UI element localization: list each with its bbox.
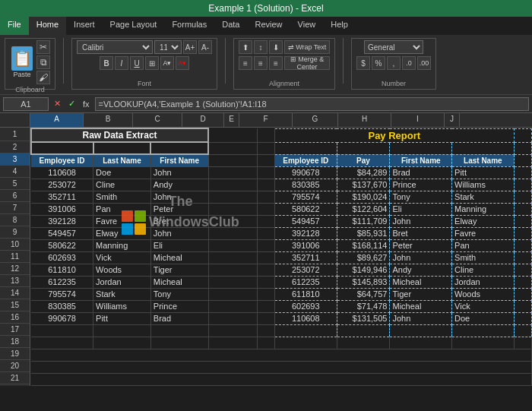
row-header-5[interactable]: 5: [0, 178, 30, 190]
cell-c7[interactable]: Peter: [150, 203, 208, 215]
cell-f15[interactable]: 602693: [274, 300, 337, 312]
cell-b11[interactable]: Vick: [93, 251, 151, 264]
cell-f10[interactable]: 391006: [274, 239, 337, 251]
cell-j11[interactable]: [514, 251, 531, 264]
cell-c16[interactable]: Brad: [150, 312, 208, 324]
cell-h13[interactable]: Micheal: [390, 276, 452, 288]
cell-d2[interactable]: [208, 142, 257, 154]
confirm-formula-icon[interactable]: ✓: [66, 99, 78, 109]
cell-i13[interactable]: Jordan: [452, 276, 515, 288]
cell-c14[interactable]: Tony: [150, 288, 208, 300]
cell-i15[interactable]: Vick: [452, 300, 515, 312]
cell-h12[interactable]: Andy: [390, 264, 452, 276]
cell-d11[interactable]: [208, 251, 257, 264]
cell-c6[interactable]: John: [150, 191, 208, 203]
cell-i2[interactable]: [452, 142, 515, 154]
cell-a1[interactable]: Raw Data Extract: [31, 128, 208, 142]
col-header-c[interactable]: C: [133, 113, 182, 127]
row-header-15[interactable]: 15: [0, 299, 30, 311]
cell-d4[interactable]: [208, 166, 257, 179]
cell-d3[interactable]: [208, 154, 257, 166]
cell-d1[interactable]: [208, 128, 257, 142]
cell-e5[interactable]: [257, 179, 274, 191]
cell-e6[interactable]: [257, 191, 274, 203]
row-header-1[interactable]: 1: [0, 128, 30, 141]
row-header-8[interactable]: 8: [0, 214, 30, 226]
cell-i18[interactable]: [452, 337, 515, 349]
formula-input[interactable]: [95, 97, 529, 111]
cell-e3[interactable]: [257, 154, 274, 166]
cell-b15[interactable]: Williams: [93, 300, 151, 312]
cut-button[interactable]: ✂: [36, 40, 50, 54]
tab-formulas[interactable]: Formulas: [164, 17, 214, 35]
cell-b4[interactable]: Doe: [93, 166, 151, 179]
cell-b17[interactable]: [93, 324, 151, 337]
col-header-d[interactable]: D: [182, 113, 224, 127]
cell-h2[interactable]: [390, 142, 452, 154]
cell-b12[interactable]: Woods: [93, 264, 151, 276]
cell-a15[interactable]: 830385: [31, 300, 93, 312]
row-header-3[interactable]: 3: [0, 153, 30, 166]
cell-f16[interactable]: 110608: [274, 312, 337, 324]
italic-button[interactable]: I: [115, 56, 128, 70]
cell-h11[interactable]: John: [390, 251, 452, 264]
cell-b14[interactable]: Stark: [93, 288, 151, 300]
col-header-i[interactable]: I: [391, 113, 445, 127]
cell-h3-header[interactable]: First Name: [390, 154, 452, 166]
cell-g5[interactable]: $137,670: [337, 179, 390, 191]
cell-b5[interactable]: Cline: [93, 179, 151, 191]
percent-button[interactable]: %: [372, 56, 385, 70]
cell-g3-header[interactable]: Pay: [337, 154, 390, 166]
fill-color-button[interactable]: A▾: [160, 56, 174, 70]
cell-a14[interactable]: 795574: [31, 288, 93, 300]
cell-c12[interactable]: Tiger: [150, 264, 208, 276]
currency-button[interactable]: $: [356, 56, 370, 70]
col-header-g[interactable]: G: [293, 113, 338, 127]
cell-j8[interactable]: [514, 215, 531, 227]
cell-j7[interactable]: [514, 203, 531, 215]
cell-e8[interactable]: [257, 215, 274, 227]
cell-b6[interactable]: Smith: [93, 191, 151, 203]
cell-i17[interactable]: [452, 324, 515, 337]
underline-button[interactable]: U: [130, 56, 144, 70]
cell-e16[interactable]: [257, 312, 274, 324]
cell-b8[interactable]: Favre: [93, 215, 151, 227]
wrap-text-button[interactable]: ⇌ Wrap Text: [284, 40, 330, 54]
cell-c3-header[interactable]: First Name: [150, 154, 208, 166]
cell-f9[interactable]: 392128: [274, 227, 337, 239]
cell-f5[interactable]: 830385: [274, 179, 337, 191]
cell-e18[interactable]: [257, 337, 274, 349]
col-header-j[interactable]: J: [445, 113, 460, 127]
cell-c18[interactable]: [150, 337, 208, 349]
cell-i7[interactable]: Manning: [452, 203, 515, 215]
cell-reference-input[interactable]: [3, 97, 49, 111]
col-header-a[interactable]: A: [30, 113, 84, 127]
cell-i5[interactable]: Williams: [452, 179, 515, 191]
cell-f14[interactable]: 611810: [274, 288, 337, 300]
cell-j16[interactable]: [514, 312, 531, 324]
row-header-11[interactable]: 11: [0, 251, 30, 263]
cell-b3-header[interactable]: Last Name: [93, 154, 151, 166]
align-bottom-button[interactable]: ⬇: [269, 40, 283, 54]
cell-i9[interactable]: Favre: [452, 227, 515, 239]
font-size-increase[interactable]: A+: [183, 40, 197, 54]
cell-j5[interactable]: [514, 179, 531, 191]
cell-g16[interactable]: $131,505: [337, 312, 390, 324]
align-center-button[interactable]: ≡: [254, 56, 268, 70]
cell-f12[interactable]: 253072: [274, 264, 337, 276]
cell-e7[interactable]: [257, 203, 274, 215]
format-painter-button[interactable]: 🖌: [36, 71, 50, 84]
cell-g13[interactable]: $145,893: [337, 276, 390, 288]
cell-d13[interactable]: [208, 276, 257, 288]
row-header-14[interactable]: 14: [0, 287, 30, 299]
row-header-9[interactable]: 9: [0, 226, 30, 239]
cell-i10[interactable]: Pan: [452, 239, 515, 251]
comma-button[interactable]: ,: [387, 56, 401, 70]
cell-g9[interactable]: $85,931: [337, 227, 390, 239]
font-color-button[interactable]: A▾: [176, 56, 189, 70]
align-middle-button[interactable]: ↕: [254, 40, 268, 54]
bold-button[interactable]: B: [100, 56, 113, 70]
row-header-4[interactable]: 4: [0, 166, 30, 178]
cell-a8[interactable]: 392128: [31, 215, 93, 227]
cell-a12[interactable]: 611810: [31, 264, 93, 276]
